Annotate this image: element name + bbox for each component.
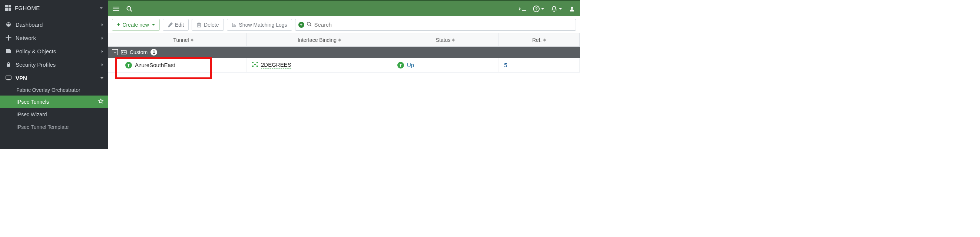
svg-rect-0 xyxy=(5,5,8,8)
brand-icon xyxy=(5,5,12,11)
sort-icon: ◆ xyxy=(338,37,341,42)
group-row-custom[interactable]: − Custom 1 xyxy=(108,47,580,58)
sidebar-item-label: Fabric Overlay Orchestrator xyxy=(16,87,104,93)
sidebar-item-label: IPsec Wizard xyxy=(16,111,104,117)
pencil-icon xyxy=(167,22,173,27)
svg-rect-7 xyxy=(113,8,119,9)
chevron-right-icon xyxy=(101,35,104,41)
chevron-right-icon xyxy=(101,22,104,28)
svg-rect-17 xyxy=(121,51,126,54)
svg-point-19 xyxy=(124,52,125,52)
svg-line-10 xyxy=(130,9,132,11)
svg-rect-24 xyxy=(254,64,256,65)
search-box[interactable]: + xyxy=(295,19,576,31)
sidebar-item-dashboard[interactable]: Dashboard xyxy=(0,18,108,31)
svg-point-18 xyxy=(123,52,123,52)
show-logs-button[interactable]: Show Matching Logs xyxy=(227,19,292,31)
menu-icon[interactable] xyxy=(113,6,119,12)
search-input[interactable] xyxy=(314,22,573,28)
chevron-down-icon[interactable] xyxy=(99,5,103,11)
table-row[interactable]: AzureSouthEast 2DEGREES xyxy=(108,58,580,73)
th-ref[interactable]: Ref. ◆ xyxy=(499,33,580,46)
sort-icon: ◆ xyxy=(452,37,455,42)
create-new-button[interactable]: + Create new xyxy=(112,19,160,31)
sidebar-item-fabric-overlay[interactable]: Fabric Overlay Orchestrator xyxy=(0,84,108,96)
search-icon[interactable] xyxy=(126,6,133,12)
vpn-submenu: Fabric Overlay Orchestrator IPsec Tunnel… xyxy=(0,84,108,133)
sidebar: FGHOME Dashboard Network xyxy=(0,0,108,149)
chevron-right-icon xyxy=(101,62,104,68)
sidebar-item-label: Network xyxy=(16,35,97,41)
main: ? + Create new Edit xyxy=(108,0,580,149)
ref-link[interactable]: 5 xyxy=(504,62,507,68)
sidebar-item-label: VPN xyxy=(16,75,96,81)
th-label: Tunnel xyxy=(173,37,189,43)
bell-icon[interactable] xyxy=(551,6,562,12)
svg-rect-4 xyxy=(6,76,11,79)
table-header: Tunnel ◆ Interface Binding ◆ Status ◆ Re… xyxy=(108,33,580,47)
th-interface[interactable]: Interface Binding ◆ xyxy=(247,33,392,46)
button-label: Edit xyxy=(175,22,184,28)
sidebar-item-label: Security Profiles xyxy=(16,62,97,68)
group-label: Custom xyxy=(130,49,148,55)
toolbar: + Create new Edit Delete Show Matching L… xyxy=(108,16,580,33)
chevron-right-icon xyxy=(101,48,104,54)
sidebar-item-vpn[interactable]: VPN xyxy=(0,71,108,84)
cell-status[interactable]: Up xyxy=(392,58,499,72)
svg-rect-2 xyxy=(5,8,8,11)
chevron-down-icon xyxy=(100,75,104,81)
th-status[interactable]: Status ◆ xyxy=(392,33,499,46)
svg-rect-5 xyxy=(7,80,10,81)
svg-line-16 xyxy=(310,25,311,26)
search-icon xyxy=(307,22,312,28)
sidebar-item-label: IPsec Tunnel Template xyxy=(16,124,104,130)
th-label: Ref. xyxy=(532,37,542,43)
button-label: Show Matching Logs xyxy=(239,22,287,28)
svg-point-13 xyxy=(571,7,573,9)
sidebar-header[interactable]: FGHOME xyxy=(0,0,108,16)
cell-interface[interactable]: 2DEGREES xyxy=(247,58,392,72)
chart-icon xyxy=(232,22,237,27)
cli-icon[interactable] xyxy=(519,6,526,11)
add-filter-icon[interactable]: + xyxy=(298,22,304,28)
edit-button[interactable]: Edit xyxy=(163,19,189,31)
brand-name: FGHOME xyxy=(15,5,40,11)
sidebar-item-ipsec-wizard[interactable]: IPsec Wizard xyxy=(0,108,108,121)
sidebar-item-ipsec-tunnels[interactable]: IPsec Tunnels xyxy=(0,96,108,108)
sidebar-item-security[interactable]: Security Profiles xyxy=(0,58,108,71)
cell-ref[interactable]: 5 xyxy=(499,58,580,72)
nav: Dashboard Network Policy & Objects xyxy=(0,16,108,133)
button-label: Delete xyxy=(204,22,219,28)
topbar: ? xyxy=(108,0,580,16)
svg-rect-6 xyxy=(113,7,119,8)
sidebar-item-network[interactable]: Network xyxy=(0,31,108,44)
svg-rect-1 xyxy=(8,5,11,8)
cell-tunnel[interactable]: AzureSouthEast xyxy=(120,58,247,72)
user-icon[interactable] xyxy=(569,6,575,12)
help-icon[interactable]: ? xyxy=(533,6,544,12)
star-icon[interactable] xyxy=(98,98,104,106)
tunnel-group-icon xyxy=(121,50,127,54)
svg-text:?: ? xyxy=(535,7,538,11)
sort-icon: ◆ xyxy=(191,37,194,42)
interface-name: 2DEGREES xyxy=(261,62,291,68)
svg-point-15 xyxy=(307,22,310,25)
plus-icon: + xyxy=(117,22,120,28)
row-expand xyxy=(108,58,120,72)
collapse-icon[interactable]: − xyxy=(112,49,118,55)
gauge-icon xyxy=(5,22,12,27)
sidebar-item-policy[interactable]: Policy & Objects xyxy=(0,44,108,58)
th-tunnel[interactable]: Tunnel ◆ xyxy=(120,33,247,46)
svg-rect-20 xyxy=(252,62,253,63)
sidebar-item-ipsec-template[interactable]: IPsec Tunnel Template xyxy=(0,121,108,133)
trash-icon xyxy=(196,22,202,27)
tunnel-name: AzureSouthEast xyxy=(135,62,175,68)
lock-icon xyxy=(5,62,12,67)
status-text: Up xyxy=(407,62,414,68)
delete-button[interactable]: Delete xyxy=(192,19,223,31)
th-label: Interface Binding xyxy=(298,37,337,43)
button-label: Create new xyxy=(123,22,149,28)
svg-rect-14 xyxy=(197,24,200,27)
svg-rect-23 xyxy=(256,66,258,67)
svg-rect-3 xyxy=(8,8,11,11)
